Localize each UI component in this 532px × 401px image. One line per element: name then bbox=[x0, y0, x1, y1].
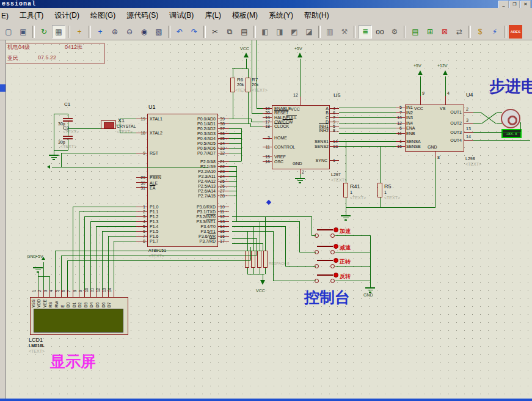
new-sheet-icon[interactable]: ⊞ bbox=[423, 25, 437, 39]
pin-stub bbox=[218, 123, 229, 124]
pan-icon[interactable]: + bbox=[93, 25, 107, 39]
menu-item-2[interactable]: 设计(D) bbox=[49, 8, 85, 23]
toolbar-separator bbox=[203, 26, 206, 38]
menu-item-8[interactable]: 系统(Y) bbox=[263, 8, 299, 23]
bom-icon[interactable]: $ bbox=[473, 25, 487, 39]
copy-icon[interactable]: ⧉ bbox=[223, 25, 236, 39]
schematic-canvas[interactable]: 机电04级 0412班 亚民 07.5.22 U1 AT89C51 <TEXT>… bbox=[0, 40, 532, 399]
component-r7[interactable] bbox=[246, 78, 250, 92]
pin-stub bbox=[330, 141, 339, 142]
component-x1-crystal[interactable] bbox=[101, 120, 116, 129]
wire bbox=[61, 153, 62, 167]
menu-item-4[interactable]: 源代码(S) bbox=[121, 8, 164, 23]
wire bbox=[90, 221, 91, 290]
power-arrow-down bbox=[260, 280, 265, 285]
pick-device-icon[interactable]: ▥ bbox=[323, 25, 337, 39]
r6-ref: R6 bbox=[237, 77, 243, 83]
wire bbox=[232, 68, 248, 69]
object-selector-edge[interactable] bbox=[0, 40, 6, 401]
pin-stub bbox=[218, 226, 229, 227]
origin-icon[interactable]: + bbox=[73, 25, 86, 39]
selector-item[interactable] bbox=[0, 84, 5, 92]
component-r41[interactable] bbox=[343, 183, 348, 197]
pin-stub bbox=[330, 117, 339, 118]
zoom-area-icon[interactable]: ▧ bbox=[152, 25, 166, 39]
toolbar-separator bbox=[404, 26, 406, 38]
pin-stub bbox=[263, 122, 272, 122]
wire bbox=[339, 112, 396, 113]
wire bbox=[229, 166, 236, 167]
block-copy-icon[interactable]: ◧ bbox=[258, 25, 272, 39]
component-respack-2[interactable] bbox=[251, 251, 255, 268]
button-marker-dot bbox=[333, 227, 338, 232]
pin-stub bbox=[218, 181, 229, 182]
zoom-full-icon[interactable]: ◉ bbox=[137, 25, 151, 39]
component-r5[interactable] bbox=[377, 183, 382, 197]
lcd-pin-name: RW bbox=[54, 301, 59, 307]
pin-stub bbox=[218, 153, 229, 153]
wire bbox=[96, 226, 97, 290]
component-stepper-motor[interactable] bbox=[501, 109, 520, 128]
toolbar-separator bbox=[32, 26, 35, 38]
respack-label: RESPACK-8 bbox=[269, 262, 290, 265]
goto-sheet-icon[interactable]: ⇄ bbox=[453, 25, 466, 39]
component-r6[interactable] bbox=[230, 78, 235, 92]
c1-ref: C1 bbox=[64, 101, 70, 107]
menu-item-9[interactable]: 帮助(H) bbox=[299, 8, 335, 23]
find-icon[interactable]: oo bbox=[373, 25, 387, 39]
zoom-out-icon[interactable]: ⊖ bbox=[123, 25, 136, 39]
wire bbox=[227, 138, 241, 139]
redo-icon[interactable]: ↷ bbox=[188, 25, 201, 39]
open-doc-icon[interactable]: ▣ bbox=[16, 25, 30, 39]
refresh-icon[interactable]: ↻ bbox=[37, 25, 51, 39]
component-respack-1[interactable] bbox=[245, 251, 249, 268]
wire bbox=[54, 150, 68, 151]
block-move-icon[interactable]: ◨ bbox=[273, 25, 286, 39]
block-delete-icon[interactable]: ◪ bbox=[302, 25, 316, 39]
zoom-in-icon[interactable]: ⊕ bbox=[108, 25, 122, 39]
wire bbox=[250, 123, 251, 127]
wire bbox=[55, 251, 56, 290]
wire bbox=[120, 119, 120, 133]
pin-stub bbox=[218, 148, 229, 149]
menu-item-1[interactable]: 工具(T) bbox=[14, 8, 49, 23]
component-respack-3[interactable] bbox=[257, 251, 261, 268]
menu-item-0[interactable]: E) bbox=[0, 8, 14, 23]
new-doc-icon[interactable]: ▢ bbox=[2, 25, 15, 39]
make-device-icon[interactable]: ⚒ bbox=[338, 25, 351, 39]
display-annotation[interactable]: 显示屏 bbox=[50, 351, 96, 372]
component-respack-4[interactable] bbox=[263, 251, 268, 268]
design-explorer-icon[interactable]: ▤ bbox=[409, 25, 422, 39]
cut-icon[interactable]: ✂ bbox=[208, 25, 222, 39]
wire-mode-icon[interactable]: ≣ bbox=[359, 25, 372, 39]
undo-icon[interactable]: ↶ bbox=[173, 25, 186, 39]
property-tool-icon[interactable]: ⚙ bbox=[388, 25, 401, 39]
power-arrow-left bbox=[47, 165, 50, 169]
pin-stub bbox=[330, 146, 339, 147]
paste-icon[interactable]: ▤ bbox=[238, 25, 251, 39]
power-arrow-up bbox=[42, 257, 45, 260]
lcd-pin-number: 12 bbox=[96, 288, 101, 292]
wire bbox=[232, 231, 273, 232]
pin-stub bbox=[435, 152, 436, 158]
lcd-value: LM016L bbox=[29, 344, 45, 348]
console-annotation[interactable]: 控制台 bbox=[304, 287, 350, 307]
title-bar[interactable]: essional _ ❐ ✕ bbox=[0, 0, 532, 8]
remove-sheet-icon[interactable]: ⊠ bbox=[438, 25, 451, 39]
menu-item-3[interactable]: 绘图(G) bbox=[85, 8, 121, 23]
stepper-motor-annotation[interactable]: 步进电 bbox=[489, 76, 532, 97]
u4-out4: OUT4 bbox=[428, 138, 462, 142]
wire bbox=[497, 112, 502, 113]
c1-plate-top bbox=[63, 118, 73, 119]
wire bbox=[229, 161, 241, 162]
ground-symbol bbox=[343, 218, 349, 219]
menu-item-6[interactable]: 库(L) bbox=[199, 8, 227, 23]
lcd-ref: LCD1 bbox=[29, 337, 43, 343]
menu-item-7[interactable]: 模板(M) bbox=[227, 8, 263, 23]
menu-item-5[interactable]: 调试(B) bbox=[164, 8, 199, 23]
erc-icon[interactable]: ⚡ bbox=[488, 25, 501, 39]
block-rotate-icon[interactable]: ◩ bbox=[288, 25, 301, 39]
ares-icon[interactable]: ARES bbox=[509, 25, 522, 39]
grid-toggle-icon[interactable]: ▦ bbox=[52, 25, 65, 39]
wire bbox=[114, 241, 114, 290]
